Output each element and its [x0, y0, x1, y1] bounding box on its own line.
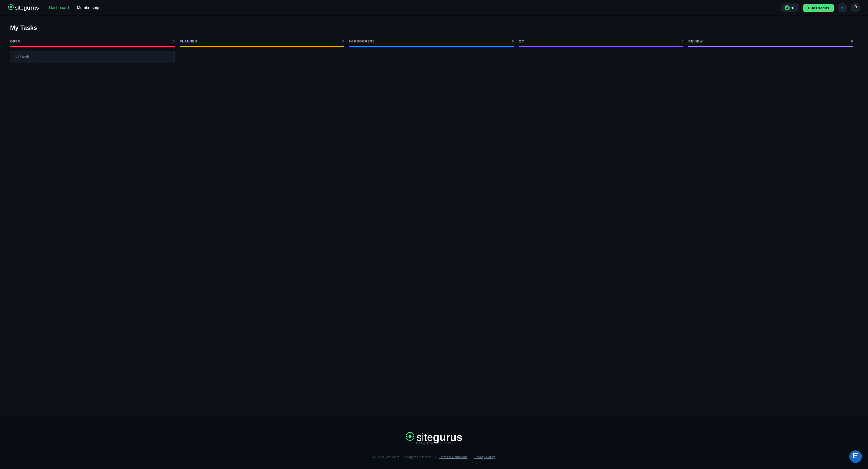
column-open-count: 0 — [173, 39, 175, 43]
nav-links: Dashboard Membership — [49, 5, 99, 10]
footer-rest-text: glide services — [424, 441, 453, 445]
kanban-board: OPEN 0 Add Task + PLANNED 0 IN PROGRESS … — [10, 39, 858, 63]
column-qc-count: 0 — [681, 39, 683, 43]
column-inprogress-header: IN PROGRESS 0 — [349, 39, 514, 43]
column-review-title: REVIEW — [688, 39, 703, 43]
nav-membership[interactable]: Membership — [77, 5, 99, 10]
column-open: OPEN 0 Add Task + — [10, 39, 180, 63]
svg-marker-6 — [786, 6, 789, 9]
column-review-header: REVIEW 0 — [688, 39, 853, 43]
logo-icon — [8, 4, 13, 11]
column-planned-count: 0 — [342, 39, 344, 43]
chat-icon — [853, 453, 859, 460]
column-review-count: 0 — [851, 39, 853, 43]
footer-siteglide-text: siteglide services — [10, 441, 858, 445]
column-qc-title: QC — [519, 39, 524, 43]
footer-divider-1: | — [435, 455, 436, 459]
add-task-plus-icon: + — [31, 55, 33, 59]
svg-point-8 — [408, 435, 411, 438]
column-open-header: OPEN 0 — [10, 39, 175, 43]
chat-button[interactable] — [849, 450, 862, 463]
privacy-link[interactable]: Privacy Policy — [474, 455, 495, 459]
logo: sitegurus — [8, 4, 39, 11]
footer-site-text: site — [415, 441, 424, 445]
navbar: sitegurus Dashboard Membership 10 Buy Cr… — [0, 0, 868, 16]
column-open-divider — [10, 46, 175, 47]
footer-logo-icon — [405, 432, 414, 443]
column-inprogress-count: 0 — [512, 39, 514, 43]
navbar-left: sitegurus Dashboard Membership — [8, 4, 99, 11]
column-qc-divider — [519, 46, 683, 47]
footer-copy: © 2023 SiteGurus All Rights Reserved. | … — [10, 455, 858, 459]
add-button[interactable]: + — [838, 3, 847, 12]
logo-text: sitegurus — [15, 4, 39, 11]
navbar-right: 10 Buy Credits + — [781, 3, 860, 12]
main-content: My Tasks OPEN 0 Add Task + PLANNED 0 — [0, 16, 868, 416]
terms-link[interactable]: Terms & Conditions — [439, 455, 468, 459]
footer: sitegurus siteglide services © 2023 Site… — [0, 416, 868, 469]
svg-point-1 — [10, 6, 12, 8]
column-open-title: OPEN — [10, 39, 21, 43]
svg-point-15 — [857, 455, 857, 456]
nav-dashboard[interactable]: Dashboard — [49, 5, 69, 10]
column-inprogress-divider — [349, 46, 514, 47]
svg-point-14 — [856, 455, 856, 456]
column-qc: QC 0 — [519, 39, 688, 63]
column-planned-header: PLANNED 0 — [180, 39, 344, 43]
column-planned: PLANNED 0 — [180, 39, 349, 63]
footer-divider-2: | — [471, 455, 471, 459]
credits-badge: 10 — [781, 3, 799, 12]
column-qc-header: QC 0 — [519, 39, 683, 43]
add-icon: + — [841, 5, 843, 10]
bell-icon — [854, 5, 858, 10]
credits-count: 10 — [791, 6, 796, 10]
buy-credits-button[interactable]: Buy Credits — [803, 4, 834, 12]
column-review-divider — [688, 46, 853, 47]
footer-copyright: © 2023 SiteGurus — [373, 455, 399, 459]
svg-point-13 — [855, 455, 855, 456]
add-task-label: Add Task — [14, 55, 29, 59]
column-review: REVIEW 0 — [688, 39, 858, 63]
column-inprogress: IN PROGRESS 0 — [349, 39, 519, 63]
credits-icon — [785, 5, 790, 10]
page-title: My Tasks — [10, 24, 858, 31]
column-planned-divider — [180, 46, 344, 47]
column-inprogress-title: IN PROGRESS — [349, 39, 375, 43]
add-task-open[interactable]: Add Task + — [10, 51, 175, 63]
column-planned-title: PLANNED — [180, 39, 197, 43]
footer-all-rights: All Rights Reserved. — [402, 455, 432, 459]
notification-button[interactable] — [851, 3, 860, 12]
